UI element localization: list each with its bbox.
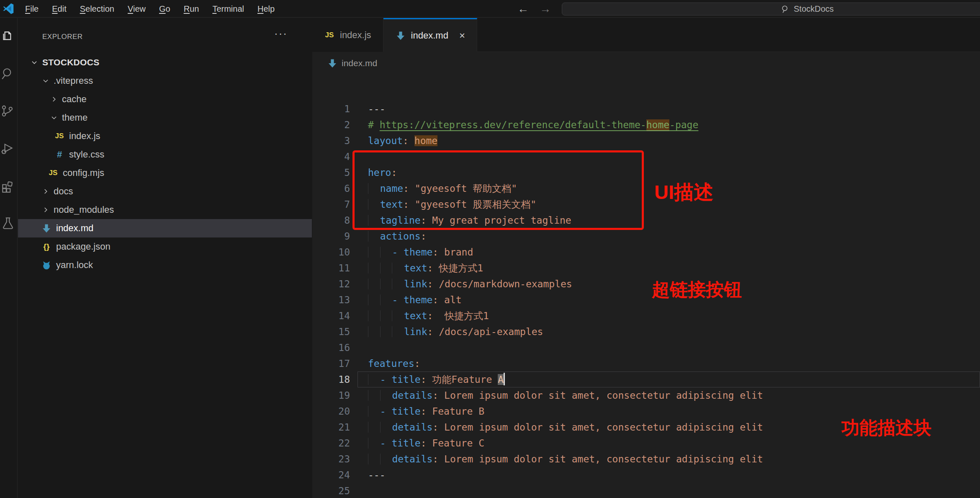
code-token: : [427,326,439,337]
code-token: theme [404,294,432,305]
code-token: : [414,358,420,369]
run-debug-icon [0,141,15,156]
breadcrumb[interactable]: index.md [312,52,980,74]
code-token: - [392,247,404,258]
tab-index.md[interactable]: index.md× [383,18,477,52]
indent-guide [368,390,380,401]
tree-item-yarn-lock[interactable]: yarn.lock [18,256,312,274]
code-line-content: text: 快捷方式1 [368,260,483,276]
code-token: : [432,247,444,258]
line-number: 15 [312,324,350,340]
chevron-down-icon [42,77,49,85]
close-icon[interactable]: × [459,30,465,41]
tree-item-label: package.json [56,241,111,252]
code-token: -page [669,119,698,130]
nav-back-button[interactable]: ← [517,3,529,15]
explorer-header-title: EXPLORER [42,33,83,41]
code-line-content: link: /docs/markdown-examples [368,276,572,292]
code-line-12[interactable]: 12 link: /docs/markdown-examples [312,276,980,292]
code-line-2[interactable]: 2# https://vitepress.dev/reference/defau… [312,117,980,133]
code-line-content: --- [368,101,386,117]
line-number: 19 [312,387,350,403]
tree-item-index-js[interactable]: JSindex.js [18,127,312,145]
indent-guide [368,406,380,417]
menu-selection[interactable]: Selection [73,3,121,15]
code-token: theme [404,247,432,258]
line-number: 7 [312,196,350,212]
code-line-16[interactable]: 16 [312,340,980,356]
menu-edit[interactable]: Edit [45,3,73,15]
code-line-10[interactable]: 10 - theme: brand [312,244,980,260]
code-line-content: - title: Feature B [368,403,484,419]
tree-item-theme[interactable]: theme [18,108,312,127]
code-line-3[interactable]: 3layout: home [312,133,980,149]
line-number: 21 [312,419,350,435]
source-control-icon [0,104,15,119]
tree-item-node-modules[interactable]: node_modules [18,201,312,219]
indent-guide [368,231,380,242]
menu-go[interactable]: Go [152,3,177,15]
markdown-file-icon [41,223,52,233]
tree-item-label: theme [62,112,87,123]
line-number: 22 [312,435,350,451]
code-line-14[interactable]: 14 text: 快捷方式1 [312,308,980,324]
explorer-more-actions-button[interactable]: ··· [274,27,288,40]
code-line-15[interactable]: 15 link: /docs/api-examples [312,324,980,340]
code-line-11[interactable]: 11 text: 快捷方式1 [312,260,980,276]
menu-view[interactable]: View [121,3,152,15]
code-token: : [427,310,445,321]
code-token: - [380,438,392,449]
command-center-search[interactable]: StockDocs [562,3,980,15]
code-token: title [391,406,420,417]
tree-item-label: cache [62,94,87,105]
tree-item-style-css[interactable]: #style.css [18,145,312,164]
tree-root-stockdocs[interactable]: STOCKDOCS [18,53,312,72]
code-token: 快捷方式1 [445,310,489,321]
code-line-19[interactable]: 19 details: Lorem ipsum dolor sit amet, … [312,387,980,403]
tree-item-index-md[interactable]: index.md [18,219,312,237]
testing-icon[interactable] [0,204,18,242]
code-token: link [404,326,427,337]
annotation-label-ui: UI描述 [654,179,713,206]
code-token: --- [368,470,386,480]
tree-item--vitepress[interactable]: .vitepress [18,72,312,90]
breadcrumb-file: index.md [342,58,377,68]
tree-item-config-mjs[interactable]: JSconfig.mjs [18,164,312,182]
menu-terminal[interactable]: Terminal [206,3,251,15]
line-number: 9 [312,228,350,244]
tree-item-label: yarn.lock [56,260,93,271]
tree-item-label: docs [54,186,73,197]
code-line-13[interactable]: 13 - theme: alt [312,292,980,308]
line-number: 14 [312,308,350,324]
line-number: 24 [312,467,350,483]
chevron-down-icon [50,114,58,121]
extensions-icon[interactable] [0,167,18,204]
code-line-1[interactable]: 1--- [312,101,980,117]
code-line-9[interactable]: 9 actions: [312,228,980,244]
indent-guide [380,247,392,258]
explorer-icon[interactable] [0,18,18,55]
code-token: Lorem ipsum dolor sit amet, consectetur … [444,390,763,401]
tree-item-docs[interactable]: docs [18,182,312,201]
code-line-18[interactable]: 18 - title: 功能Feature A [312,372,980,387]
code-line-17[interactable]: 17features: [312,356,980,372]
menu-help[interactable]: Help [251,3,281,15]
tree-item-label: node_modules [54,204,114,215]
tree-item-package-json[interactable]: {}package.json [18,237,312,256]
search-icon[interactable] [0,55,18,93]
run-debug-icon[interactable] [0,130,18,167]
tab-index.js[interactable]: JSindex.js [312,18,383,52]
tree-item-cache[interactable]: cache [18,90,312,108]
menu-file[interactable]: File [18,3,45,15]
code-line-23[interactable]: 23 details: Lorem ipsum dolor sit amet, … [312,451,980,467]
line-number: 3 [312,133,350,149]
code-token: # [368,119,380,130]
code-line-25[interactable]: 25 [312,483,980,498]
nav-forward-button[interactable]: → [540,3,551,15]
line-number: 10 [312,244,350,260]
search-icon [0,67,15,82]
code-line-24[interactable]: 24--- [312,467,980,483]
source-control-icon[interactable] [0,93,18,130]
explorer-icon [0,29,15,44]
menu-run[interactable]: Run [177,3,206,15]
